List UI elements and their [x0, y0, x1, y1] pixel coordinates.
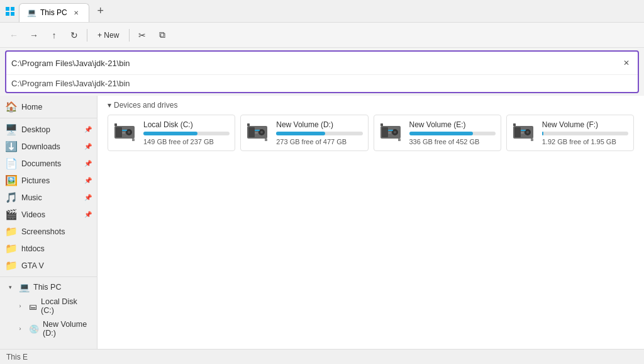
sidebar-item-label: Documents: [21, 159, 61, 168]
new-button[interactable]: + New: [91, 26, 125, 44]
refresh-button[interactable]: ↻: [65, 26, 83, 44]
separator-2: [129, 29, 130, 42]
address-close-button[interactable]: ✕: [620, 57, 633, 69]
svg-rect-12: [132, 139, 135, 141]
drive-bar-fill: [409, 132, 474, 135]
sidebar-item-downloads[interactable]: ⬇️ Downloads 📌: [0, 138, 97, 155]
sidebar-item-desktop[interactable]: 🖥️ Desktop 📌: [0, 121, 97, 138]
screenshots-icon: 📁: [5, 225, 18, 237]
main-layout: 🏠 Home 🖥️ Desktop 📌 ⬇️ Downloads 📌 📄 Doc…: [0, 96, 644, 364]
sidebar-item-gtav[interactable]: 📁 GTA V: [0, 257, 97, 274]
drive-name: New Volume (E:): [409, 120, 496, 129]
sidebar-item-new-volume-d[interactable]: › 💿 New Volume (D:): [0, 317, 97, 340]
svg-rect-28: [388, 132, 391, 134]
drive-item-drive-c[interactable]: Local Disk (C:) 149 GB free of 237 GB: [108, 115, 235, 151]
this-pc-icon: 💻: [19, 282, 30, 292]
svg-point-17: [260, 131, 263, 134]
svg-point-26: [394, 131, 396, 134]
expand-icon-c: ›: [15, 301, 25, 311]
gtav-icon: 📁: [5, 259, 18, 271]
status-text: This E: [6, 353, 28, 361]
drive-bar-bg: [276, 132, 362, 135]
window-icon: [5, 6, 15, 16]
svg-rect-21: [265, 139, 267, 141]
svg-rect-9: [122, 130, 127, 131]
toolbar: ← → ↑ ↻ + New ✂ ⧉: [0, 23, 644, 48]
sidebar-item-documents[interactable]: 📄 Documents 📌: [0, 155, 97, 172]
address-bar[interactable]: C:\Program Files\Java\jdk-21\bin ✕: [6, 52, 638, 74]
drive-bar-fill: [143, 132, 197, 135]
svg-rect-36: [521, 130, 526, 131]
pin-icon-videos: 📌: [84, 211, 92, 218]
svg-rect-3: [11, 12, 14, 16]
cut-button[interactable]: ✂: [133, 26, 151, 44]
separator-1: [87, 29, 87, 42]
section-label: Devices and drives: [114, 101, 177, 110]
svg-rect-2: [6, 12, 9, 16]
svg-rect-15: [248, 127, 255, 137]
address-suggestion[interactable]: C:\Program Files\Java\jdk-21\bin: [6, 74, 638, 92]
sidebar-item-local-disk-c[interactable]: › 🖴 Local Disk (C:): [0, 295, 97, 317]
pin-icon-documents: 📌: [84, 160, 92, 167]
drive-name: New Volume (D:): [276, 120, 362, 129]
sidebar-item-label: Screenshots: [21, 227, 65, 236]
local-disk-icon: 🖴: [29, 302, 37, 311]
drive-icon: [246, 121, 271, 145]
drive-icon: [113, 121, 138, 145]
svg-rect-33: [514, 127, 521, 137]
svg-rect-0: [6, 7, 9, 11]
sidebar-item-label: Videos: [21, 210, 45, 219]
svg-rect-10: [122, 132, 125, 134]
desktop-icon: 🖥️: [5, 123, 18, 135]
forward-button[interactable]: →: [25, 26, 43, 44]
sidebar: 🏠 Home 🖥️ Desktop 📌 ⬇️ Downloads 📌 📄 Doc…: [0, 96, 97, 364]
tab-this-pc[interactable]: 💻 This PC ✕: [19, 3, 89, 22]
videos-icon: 🎬: [5, 208, 18, 220]
drive-item-drive-e[interactable]: New Volume (E:) 336 GB free of 452 GB: [374, 115, 501, 151]
copy-button[interactable]: ⧉: [153, 26, 171, 44]
svg-rect-1: [11, 7, 14, 11]
back-button[interactable]: ←: [5, 26, 23, 44]
address-area: C:\Program Files\Java\jdk-21\bin ✕ C:\Pr…: [5, 50, 639, 93]
pin-icon: 📌: [84, 126, 92, 133]
sidebar-item-music[interactable]: 🎵 Music 📌: [0, 189, 97, 206]
new-volume-d-icon: 💿: [29, 324, 39, 334]
drive-bar-bg: [409, 132, 496, 135]
sidebar-item-home[interactable]: 🏠 Home: [0, 98, 97, 115]
sidebar-item-pictures[interactable]: 🖼️ Pictures 📌: [0, 172, 97, 189]
drive-item-drive-d[interactable]: New Volume (D:) 273 GB free of 477 GB: [240, 115, 368, 151]
expand-icon: ▾: [5, 282, 15, 292]
new-tab-button[interactable]: +: [92, 3, 109, 20]
pictures-icon: 🖼️: [5, 174, 18, 186]
sidebar-item-screenshots[interactable]: 📁 Screenshots: [0, 223, 97, 240]
svg-rect-18: [255, 130, 260, 131]
drive-space: 336 GB free of 452 GB: [409, 138, 496, 145]
address-text: C:\Program Files\Java\jdk-21\bin: [11, 59, 620, 68]
sidebar-divider-1: [0, 118, 97, 118]
drive-item-drive-f[interactable]: New Volume (F:) 1.92 GB free of 1.95 GB: [506, 115, 634, 151]
drive-name: New Volume (F:): [542, 120, 628, 129]
sidebar-item-this-pc[interactable]: ▾ 💻 This PC: [0, 280, 97, 295]
svg-rect-30: [398, 139, 401, 141]
pin-icon-music: 📌: [84, 194, 92, 201]
up-button[interactable]: ↑: [45, 26, 63, 44]
drive-bar-bg: [143, 132, 230, 135]
pin-icon-downloads: 📌: [84, 143, 92, 150]
sidebar-item-videos[interactable]: 🎬 Videos 📌: [0, 206, 97, 223]
home-icon: 🏠: [5, 101, 18, 113]
drive-info: New Volume (E:) 336 GB free of 452 GB: [409, 120, 496, 145]
htdocs-icon: 📁: [5, 242, 18, 254]
drive-icon: [379, 121, 404, 145]
drive-info: New Volume (D:) 273 GB free of 477 GB: [276, 120, 362, 145]
drive-name: Local Disk (C:): [143, 120, 230, 129]
svg-rect-29: [380, 123, 383, 126]
tab-label: This PC: [40, 8, 67, 17]
sidebar-item-label: Home: [21, 103, 42, 111]
drives-grid: Local Disk (C:) 149 GB free of 237 GB Ne…: [108, 115, 634, 151]
sidebar-item-label: Music: [21, 193, 42, 202]
drive-space: 1.92 GB free of 1.95 GB: [542, 138, 628, 145]
section-header-drives: ▾ Devices and drives: [108, 101, 634, 110]
tab-icon: 💻: [27, 8, 36, 17]
tab-close-button[interactable]: ✕: [71, 8, 81, 18]
sidebar-item-htdocs[interactable]: 📁 htdocs: [0, 240, 97, 257]
